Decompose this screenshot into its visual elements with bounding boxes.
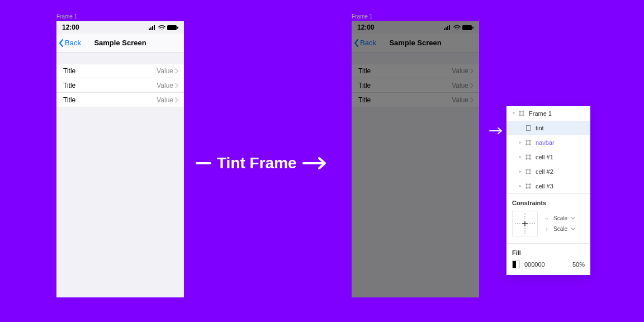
row-title: Title xyxy=(63,82,75,89)
row-value: Value xyxy=(157,96,178,104)
table-row[interactable]: Title Value xyxy=(56,64,184,78)
vertical-icon: ↕ xyxy=(543,226,550,232)
chevron-right-icon xyxy=(175,97,178,103)
phone-right: 12:00 Back Sample Screen Title Value Tit… xyxy=(352,21,479,297)
row-title: Title xyxy=(358,96,371,104)
wifi-icon xyxy=(453,25,461,30)
svg-rect-1 xyxy=(150,27,151,30)
status-time: 12:00 xyxy=(62,23,79,31)
battery-icon xyxy=(462,25,473,30)
back-button[interactable]: Back xyxy=(352,39,376,47)
svg-rect-4 xyxy=(167,25,177,30)
row-title: Title xyxy=(63,96,75,104)
layer-name: navbar xyxy=(536,139,590,146)
table-row[interactable]: Title Value xyxy=(352,64,479,78)
disclosure-triangle-icon[interactable]: ▾ xyxy=(512,111,515,116)
row-value: Value xyxy=(452,96,473,104)
fill-opacity[interactable]: 50% xyxy=(572,261,585,268)
chevron-down-icon xyxy=(571,217,575,220)
frame-label-left: Frame 1 xyxy=(56,13,77,20)
constraints-diagram[interactable] xyxy=(512,211,538,236)
nav-bar: Back Sample Screen xyxy=(352,34,479,53)
fill-swatch[interactable] xyxy=(512,261,520,268)
table-row[interactable]: Title Value xyxy=(352,78,479,93)
row-title: Title xyxy=(358,67,371,75)
svg-rect-5 xyxy=(177,26,178,29)
svg-rect-2 xyxy=(152,26,153,30)
svg-rect-14 xyxy=(527,125,531,130)
chevron-left-icon xyxy=(59,39,64,47)
table: Title Value Title Value Title Value xyxy=(352,64,479,107)
layer-name: Frame 1 xyxy=(529,110,590,117)
center-label: Tint Frame xyxy=(217,154,297,172)
chevron-right-icon xyxy=(470,97,473,103)
constraints-section: Constraints ↔ Scale ↕ xyxy=(506,193,590,243)
row-value: Value xyxy=(157,67,178,75)
constraints-title: Constraints xyxy=(512,200,585,206)
layer-row-cell3[interactable]: ▸ cell #3 xyxy=(506,179,590,193)
row-value: Value xyxy=(452,67,473,75)
frame-icon xyxy=(525,183,532,189)
svg-rect-11 xyxy=(462,25,472,30)
frame-label-right: Frame 1 xyxy=(352,13,372,20)
table-row[interactable]: Title Value xyxy=(352,93,479,107)
layer-name: cell #1 xyxy=(536,154,590,160)
arrow-right-icon xyxy=(302,157,327,170)
table: Title Value Title Value Title Value xyxy=(56,64,184,107)
row-title: Title xyxy=(63,67,75,75)
frame-icon xyxy=(525,169,532,174)
table-row[interactable]: Title Value xyxy=(56,93,184,107)
layer-row-cell2[interactable]: ▸ cell #2 xyxy=(506,164,590,179)
fill-title: Fill xyxy=(512,249,585,256)
frame-icon xyxy=(525,154,532,160)
frame-icon xyxy=(525,140,532,145)
row-value: Value xyxy=(452,82,473,89)
dash-icon xyxy=(196,162,211,164)
layer-row-frame[interactable]: ▾ Frame 1 xyxy=(506,106,590,121)
row-title: Title xyxy=(358,82,371,89)
svg-rect-7 xyxy=(444,29,445,30)
wifi-icon xyxy=(158,25,165,30)
disclosure-triangle-icon[interactable]: ▸ xyxy=(519,183,522,188)
constraint-v-value: Scale xyxy=(553,226,567,232)
layer-name: cell #2 xyxy=(536,168,590,175)
svg-rect-3 xyxy=(154,25,155,30)
nav-bar: Back Sample Screen xyxy=(56,34,184,53)
status-bar: 12:00 xyxy=(352,21,479,34)
layer-name: tint xyxy=(536,125,590,131)
center-label-group: Tint Frame xyxy=(196,154,327,172)
status-bar: 12:00 xyxy=(56,21,184,34)
layer-row-navbar[interactable]: ▸ navbar xyxy=(506,135,590,150)
horizontal-icon: ↔ xyxy=(543,215,550,221)
design-panel: ▾ Frame 1 tint ▸ navbar ▸ cell #1 ▸ cell… xyxy=(506,106,590,275)
rectangle-icon xyxy=(525,125,532,131)
constraint-h-select[interactable]: ↔ Scale xyxy=(543,215,575,221)
fill-hex[interactable]: 000000 xyxy=(524,261,545,268)
svg-rect-9 xyxy=(447,26,448,30)
svg-rect-10 xyxy=(449,25,450,30)
constraint-v-select[interactable]: ↕ Scale xyxy=(543,226,575,232)
constraint-h-value: Scale xyxy=(553,215,567,221)
status-time: 12:00 xyxy=(357,23,375,31)
tint-overlay xyxy=(352,21,479,297)
layer-row-tint[interactable]: tint xyxy=(506,121,590,135)
svg-rect-0 xyxy=(149,29,150,30)
battery-icon xyxy=(167,25,178,30)
chevron-left-icon xyxy=(354,39,359,47)
phone-left: 12:00 Back Sample Screen Title Value Tit… xyxy=(56,21,184,297)
disclosure-triangle-icon[interactable]: ▸ xyxy=(519,169,522,174)
frame-icon xyxy=(519,111,525,116)
disclosure-triangle-icon[interactable]: ▸ xyxy=(519,140,522,145)
back-label: Back xyxy=(65,39,81,47)
back-button[interactable]: Back xyxy=(56,39,81,47)
layer-row-cell1[interactable]: ▸ cell #1 xyxy=(506,150,590,164)
chevron-right-icon xyxy=(470,68,473,74)
status-icons xyxy=(444,25,473,30)
chevron-right-icon xyxy=(175,68,178,74)
row-value: Value xyxy=(157,82,178,89)
layer-name: cell #3 xyxy=(536,183,590,190)
chevron-down-icon xyxy=(571,228,575,231)
disclosure-triangle-icon[interactable]: ▸ xyxy=(519,154,522,159)
back-label: Back xyxy=(360,39,376,47)
table-row[interactable]: Title Value xyxy=(56,78,184,93)
